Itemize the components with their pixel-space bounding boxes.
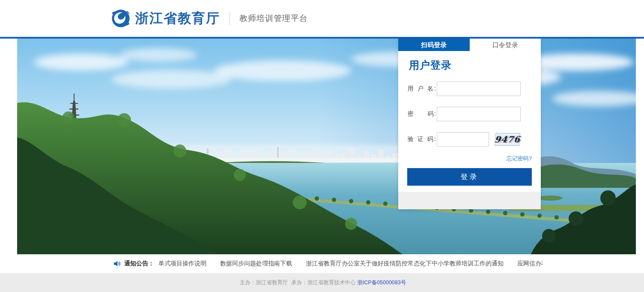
footer: 主办：浙江省教育厅 承办：浙江省教育技术中心 浙ICP备05000083号 [0,273,644,292]
login-button[interactable]: 登录 [407,168,532,186]
notice-link-1[interactable]: 单式项目操作说明 [158,260,206,268]
captcha-image[interactable]: 9476 [495,133,521,146]
login-page: 浙江省教育厅 教师培训管理平台 [0,0,644,292]
zhejiang-education-logo-icon [110,7,132,30]
login-tabs: 扫码登录 口令登录 [398,39,541,51]
notice-link-4[interactable]: 应网信办和公安厅的要求，需要升级 [517,260,543,268]
icp-record-link[interactable]: 浙ICP备05000083号 [357,279,406,286]
captcha-label: 验 证 码: [408,135,437,143]
brand-title: 浙江省教育厅 [135,9,220,27]
password-label: 密 码: [408,110,437,118]
notice-link-3[interactable]: 浙江省教育厅办公室关于做好疫情防控常态化下中小学教师培训工作的通知 [306,260,504,268]
notice-bar: 通知公告： 单式项目操作说明 数据同步问题处理指南下载 浙江省教育厅办公室关于做… [0,254,644,273]
west-lake-photo [17,39,636,254]
login-title: 用户登录 [409,58,541,72]
panel-bottom-strip [398,192,541,209]
platform-subtitle: 教师培训管理平台 [239,13,308,24]
notice-content: 通知公告： 单式项目操作说明 数据同步问题处理指南下载 浙江省教育厅办公室关于做… [113,260,543,268]
captcha-row: 验 证 码: 9476 [408,132,541,147]
notice-title: 通知公告： [124,260,154,268]
username-row: 用 户 名: [408,81,541,96]
footer-organizer: 承办：浙江省教育技术中心 [291,279,355,286]
hero-banner: 扫码登录 口令登录 用户登录 用 户 名: 密 码: 验 证 码: 9476 [17,39,636,254]
header: 浙江省教育厅 教师培训管理平台 [0,0,644,37]
forgot-password-row: 忘记密码? [408,154,532,163]
header-divider [230,12,230,25]
speaker-icon [113,260,121,267]
username-label: 用 户 名: [408,85,437,93]
login-form: 用户登录 用 户 名: 密 码: 验 证 码: 9476 忘记密码? [398,51,541,168]
tab-scan-login[interactable]: 扫码登录 [398,39,470,51]
footer-host: 主办：浙江省教育厅 [240,279,288,286]
password-input[interactable] [437,107,521,121]
password-row: 密 码: [408,107,541,121]
captcha-input[interactable] [437,132,489,147]
username-input[interactable] [437,81,521,96]
tab-password-login[interactable]: 口令登录 [470,39,541,51]
forgot-password-link[interactable]: 忘记密码? [507,155,532,162]
notice-link-2[interactable]: 数据同步问题处理指南下载 [220,260,292,268]
login-panel: 扫码登录 口令登录 用户登录 用 户 名: 密 码: 验 证 码: 9476 [398,39,541,209]
